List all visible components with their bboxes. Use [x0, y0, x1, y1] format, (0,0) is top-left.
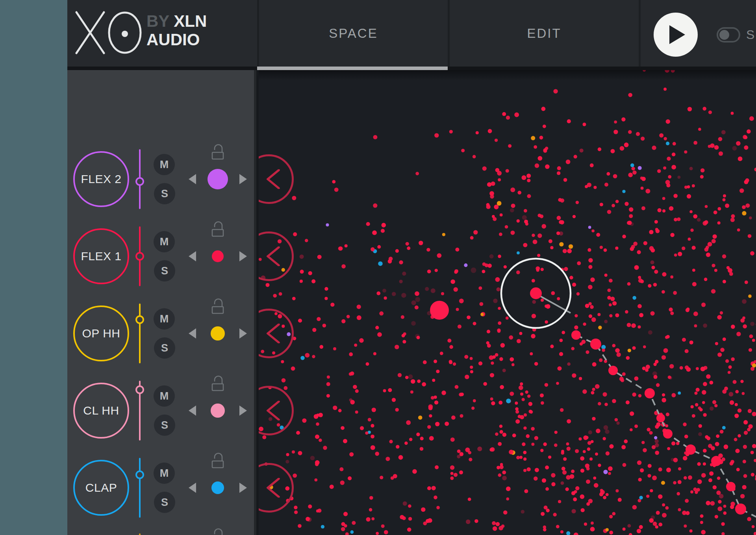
sample-dot[interactable]	[293, 474, 297, 478]
sample-dot[interactable]	[491, 361, 494, 365]
sample-dot[interactable]	[664, 137, 667, 140]
sample-dot[interactable]	[585, 304, 589, 308]
sample-dot[interactable]	[617, 352, 621, 357]
sample-dot[interactable]	[464, 263, 467, 267]
sample-dot[interactable]	[567, 363, 571, 366]
sample-dot[interactable]	[441, 292, 444, 295]
sample-dot[interactable]	[641, 441, 645, 444]
sample-dot[interactable]	[701, 530, 706, 535]
sample-dot[interactable]	[678, 467, 681, 470]
sample-dot[interactable]	[389, 440, 393, 443]
sample-dot[interactable]	[460, 414, 463, 418]
sample-dot[interactable]	[697, 462, 701, 466]
next-sample-arrow[interactable]	[239, 328, 247, 339]
sample-dot[interactable]	[545, 383, 548, 387]
sample-dot[interactable]	[262, 435, 266, 439]
sample-dot[interactable]	[392, 398, 396, 402]
sample-dot[interactable]	[670, 276, 673, 279]
sample-dot[interactable]	[754, 459, 756, 462]
sample-dot[interactable]	[557, 166, 561, 170]
sample-dot[interactable]	[450, 437, 455, 442]
sample-dot[interactable]	[715, 342, 718, 345]
sample-dot[interactable]	[693, 214, 697, 218]
sample-dot[interactable]	[403, 332, 406, 335]
sample-dot[interactable]	[742, 299, 747, 304]
sample-dot[interactable]	[615, 418, 618, 422]
sample-dot[interactable]	[736, 468, 740, 471]
sample-dot[interactable]	[408, 374, 413, 379]
sample-dot[interactable]	[273, 294, 277, 298]
sample-dot[interactable]	[673, 291, 677, 295]
sample-dot[interactable]	[498, 526, 503, 531]
sample-dot[interactable]	[538, 156, 543, 161]
sample-dot[interactable]	[545, 320, 548, 324]
sample-dot[interactable]	[542, 478, 546, 483]
sample-dot[interactable]	[399, 260, 403, 264]
sample-dot[interactable]	[673, 194, 678, 198]
sample-dot[interactable]	[477, 446, 482, 451]
prev-sample-arrow[interactable]	[189, 251, 196, 261]
sample-dot[interactable]	[689, 529, 693, 533]
sample-dot[interactable]	[427, 270, 431, 274]
sample-dot[interactable]	[407, 246, 410, 250]
sample-dot[interactable]	[650, 311, 655, 316]
sample-dot[interactable]	[559, 352, 563, 356]
sample-dot[interactable]	[591, 391, 595, 394]
sample-dot[interactable]	[666, 468, 671, 472]
sample-dot[interactable]	[366, 362, 369, 366]
sample-dot[interactable]	[449, 345, 453, 349]
sample-dot[interactable]	[589, 457, 593, 461]
sample-dot[interactable]	[600, 246, 603, 249]
sample-dot[interactable]	[706, 501, 711, 505]
sample-dot[interactable]	[506, 399, 511, 404]
sample-dot[interactable]	[498, 255, 501, 258]
sample-dot[interactable]	[687, 194, 691, 198]
sample-dot[interactable]	[655, 439, 659, 443]
sample-dot[interactable]	[615, 313, 619, 317]
sample-dot[interactable]	[404, 442, 408, 445]
sample-color-dot[interactable]	[212, 250, 224, 262]
sample-dot[interactable]	[649, 431, 653, 435]
sample-dot[interactable]	[692, 184, 695, 187]
sample-dot[interactable]	[628, 93, 632, 97]
sample-dot[interactable]	[688, 238, 691, 241]
sample-dot[interactable]	[567, 119, 571, 123]
sample-dot[interactable]	[417, 336, 420, 339]
sample-dot[interactable]	[647, 428, 651, 432]
sample-dot[interactable]	[631, 245, 635, 249]
sample-dot[interactable]	[638, 326, 641, 329]
sample-dot[interactable]	[747, 428, 750, 431]
sample-dot[interactable]	[722, 254, 726, 258]
sample-dot[interactable]	[330, 303, 334, 307]
sample-dot[interactable]	[581, 508, 585, 512]
volume-slider[interactable]	[133, 148, 146, 211]
sample-dot[interactable]	[645, 368, 649, 372]
sample-dot[interactable]	[583, 322, 586, 326]
sample-dot[interactable]	[493, 217, 497, 221]
sample-dot[interactable]	[523, 457, 526, 461]
sample-dot[interactable]	[563, 178, 567, 182]
sample-dot[interactable]	[506, 317, 509, 320]
sample-dot[interactable]	[613, 174, 617, 178]
sample-dot[interactable]	[496, 522, 500, 526]
sample-dot[interactable]	[473, 230, 478, 234]
sample-dot[interactable]	[366, 222, 370, 226]
tab-edit[interactable]: EDIT	[450, 0, 639, 67]
sample-dot[interactable]	[502, 470, 506, 474]
sample-dot[interactable]	[744, 136, 748, 139]
sample-dot[interactable]	[580, 456, 584, 461]
sample-dot[interactable]	[396, 445, 399, 448]
sample-dot[interactable]	[546, 304, 550, 309]
sample-dot[interactable]	[640, 468, 644, 472]
sample-dot[interactable]	[541, 107, 546, 111]
sample-dot[interactable]	[666, 413, 669, 416]
sample-dot[interactable]	[524, 489, 528, 493]
sample-dot[interactable]	[556, 382, 559, 385]
sample-dot[interactable]	[459, 470, 463, 474]
pattern-sample-dot[interactable]	[608, 366, 618, 375]
sample-dot[interactable]	[621, 117, 625, 121]
sample-dot[interactable]	[708, 111, 712, 114]
sample-dot[interactable]	[343, 512, 348, 516]
sample-dot[interactable]	[600, 490, 605, 494]
sample-dot[interactable]	[345, 244, 348, 248]
